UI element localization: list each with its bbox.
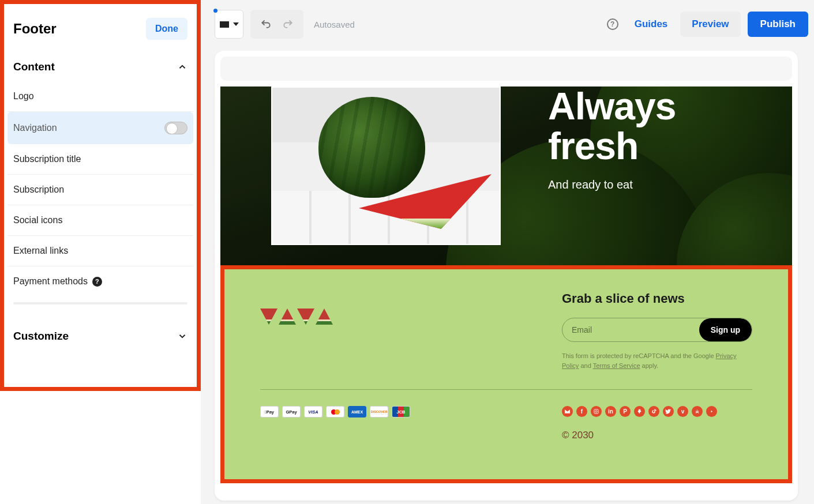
content-item-external-links[interactable]: External links [7, 236, 193, 266]
watermelon-slice-icon [297, 309, 314, 325]
legal-text: This form is protected by reCAPTCHA and … [562, 352, 716, 359]
instagram-icon[interactable] [591, 406, 602, 417]
youtube-icon[interactable] [706, 406, 717, 417]
content-item-label: Subscription title [13, 154, 81, 164]
discover-icon: DISCOVER [370, 406, 388, 418]
section-divider [13, 302, 187, 304]
content-section-label: Content [13, 61, 55, 73]
done-button[interactable]: Done [146, 18, 187, 40]
site-preview-canvas: Always fresh And ready to eat Grab a sli… [215, 51, 798, 501]
content-item-logo[interactable]: Logo [7, 81, 193, 112]
email-icon[interactable] [562, 406, 573, 417]
guides-button[interactable]: Guides [629, 18, 674, 30]
content-item-label: Payment methods [13, 276, 88, 287]
content-item-label: External links [13, 246, 68, 256]
customize-section-label: Customize [13, 330, 69, 343]
undo-icon [260, 18, 272, 30]
help-icon[interactable]: ? [92, 277, 102, 287]
editor-toolbar: Autosaved ? Guides Preview Publish [215, 8, 808, 40]
undo-button[interactable] [255, 10, 277, 39]
newsletter-block: Grab a slice of news Sign up This form i… [562, 291, 752, 371]
snapchat-icon[interactable] [634, 406, 645, 417]
hero-title-line: Always [548, 86, 676, 127]
tiktok-icon[interactable] [648, 406, 659, 417]
social-icons-row: f in P v [562, 406, 752, 417]
yelp-icon[interactable] [692, 406, 703, 417]
twitter-icon[interactable] [663, 406, 674, 417]
watermelon-icon [318, 97, 425, 198]
customize-section-toggle[interactable]: Customize [4, 322, 197, 351]
signup-button[interactable]: Sign up [699, 318, 752, 341]
svg-point-1 [595, 411, 597, 412]
content-item-label: Social icons [13, 215, 62, 225]
hero-title-line: fresh [548, 125, 638, 167]
applepay-icon: Pay [260, 406, 279, 418]
help-button[interactable]: ? [607, 18, 618, 30]
hero-section: Always fresh And ready to eat [220, 86, 792, 265]
recaptcha-legal-text: This form is protected by reCAPTCHA and … [562, 351, 752, 371]
linkedin-icon[interactable]: in [605, 406, 616, 417]
content-item-payment-methods[interactable]: Payment methods ? [7, 266, 193, 296]
jcb-icon: JCB [392, 406, 410, 418]
newsletter-title: Grab a slice of news [562, 291, 752, 306]
watermelon-slice-icon [260, 309, 277, 325]
chevron-up-icon [177, 62, 187, 72]
panel-title: Footer [13, 21, 57, 37]
legal-text: and [579, 362, 592, 369]
hero-subtitle: And ready to eat [548, 178, 775, 191]
chevron-down-icon [233, 22, 239, 26]
terms-of-service-link[interactable]: Terms of Service [593, 362, 640, 369]
publish-button[interactable]: Publish [748, 12, 808, 37]
device-switcher[interactable] [215, 10, 243, 39]
unsaved-dot-icon [213, 9, 217, 13]
hero-image [271, 86, 501, 245]
content-item-subscription[interactable]: Subscription [7, 175, 193, 205]
autosave-status: Autosaved [314, 20, 355, 29]
amex-icon: AMEX [348, 406, 366, 418]
watermelon-slice-icon [279, 309, 296, 325]
footer-divider [260, 389, 752, 390]
redo-icon [282, 18, 294, 30]
mastercard-icon [326, 406, 344, 418]
content-item-social-icons[interactable]: Social icons [7, 205, 193, 236]
legal-text: apply. [640, 362, 659, 369]
email-input[interactable] [562, 318, 699, 341]
watermelon-slice-icon [316, 309, 333, 325]
chevron-down-icon [177, 331, 187, 341]
facebook-icon[interactable]: f [576, 406, 587, 417]
content-item-label: Subscription [13, 185, 64, 195]
desktop-icon [220, 21, 229, 28]
content-section-toggle[interactable]: Content [4, 52, 197, 81]
googlepay-icon: GPay [282, 406, 301, 418]
footer-logo [260, 291, 333, 325]
redo-button[interactable] [277, 10, 299, 39]
content-item-label: Logo [13, 91, 34, 101]
copyright-text: © 2030 [562, 430, 752, 441]
vimeo-icon[interactable]: v [677, 406, 688, 417]
pinterest-icon[interactable]: P [620, 406, 631, 417]
visa-icon: VISA [304, 406, 322, 418]
canvas-header-placeholder [220, 57, 792, 81]
content-item-navigation[interactable]: Navigation [7, 112, 193, 144]
content-item-subscription-title[interactable]: Subscription title [7, 144, 193, 175]
content-item-label: Navigation [13, 123, 57, 133]
svg-rect-0 [594, 409, 598, 413]
undo-redo-group [250, 10, 303, 39]
footer-settings-panel: Footer Done Content Logo Navigation Subs… [0, 0, 201, 391]
payment-methods: Pay GPay VISA AMEX DISCOVER JCB [260, 406, 410, 418]
navigation-toggle[interactable] [164, 122, 187, 134]
footer-preview[interactable]: Grab a slice of news Sign up This form i… [220, 265, 792, 483]
preview-button[interactable]: Preview [680, 12, 740, 37]
